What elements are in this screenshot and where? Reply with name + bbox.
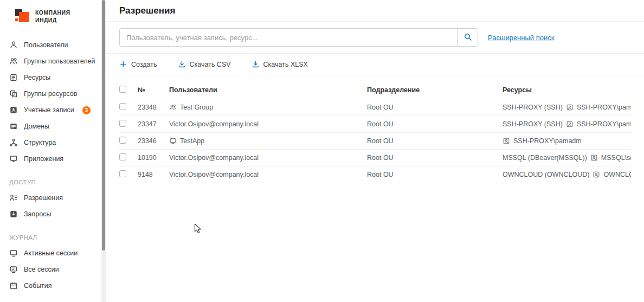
sidebar-item-requests[interactable]: Запросы [0,206,106,222]
cell-id: 10190 [138,154,169,162]
account-name: SSH-PROXY\pamadm [577,120,631,128]
cell-resources: MSSQL (DBeaver(MSSQL)) MSSQL\sqladm [503,154,631,162]
row-checkbox[interactable] [119,120,126,127]
cell-id: 23347 [138,120,169,128]
content-header: Разрешения [106,0,644,22]
table-row[interactable]: 10190 Victor.Osipov@company.local Root O… [119,150,631,166]
row-checkbox[interactable] [119,103,126,110]
sidebar: КОМПАНИЯ ИНДИД Пользователи Группы польз… [0,0,106,302]
user-group-icon [9,57,18,66]
sidebar-nav: Пользователи Группы пользователей Ресурс… [0,37,106,294]
group-icon [169,104,177,111]
resource-name: SSH-PROXY (SSH) [503,120,563,128]
search-row: Расширенный поиск [106,22,644,54]
sidebar-item-domains[interactable]: Домены [0,118,106,134]
company-logo [14,8,30,26]
search-button[interactable] [457,29,478,46]
sidebar-item-accounts[interactable]: Учетные записи 3 [0,102,106,118]
sidebar-item-applications[interactable]: Приложения [0,151,106,167]
cell-resources: SSH-PROXY (SSH) SSH-PROXY\pamadm [503,104,631,111]
download-csv-button[interactable]: Скачать CSV [178,60,231,68]
download-xlsx-button[interactable]: Скачать XLSX [252,60,308,68]
cell-unit: Root OU [367,171,503,178]
download-icon [252,60,260,68]
sidebar-scrollbar[interactable] [101,0,106,302]
sidebar-item-active-sessions[interactable]: Активные сессии [0,245,106,261]
sidebar-item-events[interactable]: События [0,278,106,294]
sidebar-item-users[interactable]: Пользователи [0,37,106,53]
requests-icon [9,210,18,219]
main-content: Разрешения Расширенный поиск Создать [106,0,644,302]
events-icon [9,281,18,290]
sidebar-item-label: Ресурсы [24,74,50,81]
sidebar-item-user-groups[interactable]: Группы пользователей [0,53,106,69]
permissions-icon [9,194,18,202]
cell-resources: OWNCLOUD (OWNCLOUD) OWNCLOUD\user [503,171,631,178]
sidebar-item-structure[interactable]: Структура [0,134,106,151]
row-checkbox[interactable] [119,170,126,177]
sidebar-item-label: Все сессии [24,266,59,273]
resource-name: SSH-PROXY (SSH) [503,104,563,111]
brand-line1: КОМПАНИЯ [35,9,70,16]
sidebar-scrollbar-thumb[interactable] [102,0,105,250]
cell-unit: Root OU [367,154,503,162]
create-label: Создать [131,61,157,68]
cell-user: Test Group [169,104,367,111]
brand-text: КОМПАНИЯ ИНДИД [35,9,70,24]
search-input[interactable] [120,29,457,46]
sidebar-item-label: Приложения [24,155,63,163]
table-header-row: № Пользователи Подразделение Ресурсы [119,81,631,99]
app-window: КОМПАНИЯ ИНДИД Пользователи Группы польз… [0,0,644,302]
sidebar-item-label: Домены [24,123,49,130]
sidebar-item-resources[interactable]: Ресурсы [0,69,106,86]
applications-icon [9,155,18,163]
column-header-users[interactable]: Пользователи [169,86,367,94]
sidebar-section-journal: ЖУРНАЛ [0,222,106,245]
account-icon [593,171,600,178]
sidebar-section-access: ДОСТУП [0,167,106,190]
active-sessions-icon [9,249,18,258]
cell-id: 9148 [138,171,169,178]
sidebar-item-all-sessions[interactable]: Все сессии [0,261,106,278]
brand-line2: ИНДИД [35,17,57,23]
column-header-num[interactable]: № [138,86,169,94]
cell-resources: SSH-PROXY (SSH) SSH-PROXY\pamadm [503,120,631,128]
column-header-unit[interactable]: Подразделение [367,86,503,94]
account-name: SSH-PROXY\pamadm [513,137,582,145]
user-name: TestApp [180,137,204,145]
sidebar-item-label: Группы ресурсов [24,90,77,98]
cell-unit: Root OU [367,104,503,111]
account-name: OWNCLOUD\user [603,171,631,178]
cell-unit: Root OU [367,137,503,145]
page-title: Разрешения [119,5,631,16]
account-name: MSSQL\sqladm [601,154,631,162]
row-checkbox[interactable] [119,153,126,160]
table-row[interactable]: 9148 Victor.Osipov@company.local Root OU… [119,166,631,183]
cell-unit: Root OU [367,120,503,128]
toolbar: Создать Скачать CSV Скачать XLSX [106,54,644,75]
resource-group-icon [9,89,18,98]
advanced-search-link[interactable]: Расширенный поиск [488,34,554,42]
cell-user: Victor.Osipov@company.local [169,154,367,162]
sidebar-item-permissions[interactable]: Разрешения [0,190,106,206]
table-row[interactable]: 23347 Victor.Osipov@company.local Root O… [119,116,631,133]
sidebar-item-label: События [24,282,52,290]
accounts-icon [9,106,18,114]
download-icon [178,60,186,68]
cell-id: 23346 [138,137,169,145]
row-checkbox[interactable] [119,137,126,144]
account-icon [566,104,574,111]
account-icon [503,137,510,145]
column-header-resources[interactable]: Ресурсы [503,86,631,94]
table-row[interactable]: 23346 TestApp Root OU SSH-PROXY\pamadm [119,133,631,150]
table-row[interactable]: 23348 Test Group Root OU SSH-PROXY (SSH)… [119,99,631,116]
create-button[interactable]: Создать [119,60,157,68]
search-group [119,28,478,47]
resource-name: MSSQL (DBeaver(MSSQL)) [503,154,587,162]
sidebar-item-label: Группы пользователей [24,57,95,65]
sidebar-item-resource-groups[interactable]: Группы ресурсов [0,86,106,102]
sidebar-item-label: Пользователи [24,41,68,49]
download-xlsx-label: Скачать XLSX [263,61,308,68]
accounts-badge: 3 [82,106,91,114]
select-all-checkbox[interactable] [119,86,126,93]
